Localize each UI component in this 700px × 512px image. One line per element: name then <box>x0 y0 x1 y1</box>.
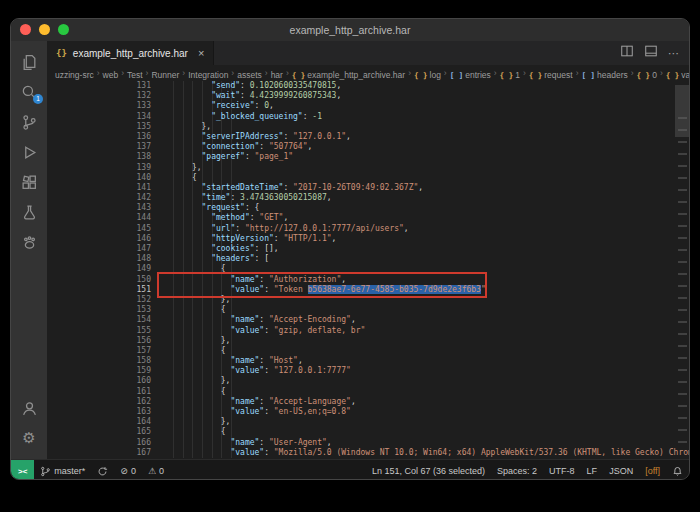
minimap[interactable] <box>678 117 687 453</box>
split-editor-icon[interactable] <box>620 44 634 62</box>
breadcrumb-item[interactable]: Runner <box>151 65 179 81</box>
status-warning[interactable]: ⚠0 <box>142 460 170 480</box>
code-line: "receive": 0, <box>163 101 675 111</box>
line-number: 142 <box>47 193 151 203</box>
breadcrumb-label: Integration <box>188 70 228 80</box>
breadcrumb-item[interactable]: [ ]entries <box>450 65 491 81</box>
status--off-[interactable]: [off] <box>639 460 666 480</box>
breadcrumb-item[interactable]: web <box>103 65 119 81</box>
breadcrumb-item[interactable]: assets <box>237 65 262 81</box>
code-line: { <box>163 264 675 274</box>
status-label: 0 <box>159 466 164 476</box>
status-remote[interactable]: >< <box>11 460 34 480</box>
line-number: 132 <box>47 91 151 101</box>
layout-icon[interactable] <box>644 44 658 62</box>
code-line: "send": 0.1020600335470815, <box>163 81 675 91</box>
traffic-lights <box>20 24 69 35</box>
bell-icon <box>672 466 683 477</box>
status-json[interactable]: JSON <box>603 460 639 480</box>
line-number: 137 <box>47 142 151 152</box>
breadcrumb-item[interactable]: har <box>271 65 283 81</box>
breadcrumb-item[interactable]: { }value <box>666 65 689 81</box>
line-number: 158 <box>47 356 151 366</box>
more-actions-icon[interactable]: ⋯ <box>668 47 679 60</box>
search-icon[interactable]: 1 <box>11 77 47 107</box>
code-line: "startedDateTime": "2017-10-26T09:49:02.… <box>163 183 675 193</box>
code-line: "name": "Host", <box>163 356 675 366</box>
extensions-icon[interactable] <box>11 167 47 197</box>
status-spaces-2[interactable]: Spaces: 2 <box>491 460 543 480</box>
line-number: 149 <box>47 264 151 274</box>
zoom-window-button[interactable] <box>58 24 69 35</box>
breadcrumb-label: uzzing-src <box>55 70 94 80</box>
line-number: 134 <box>47 112 151 122</box>
line-number: 156 <box>47 336 151 346</box>
vertical-scrollbar[interactable] <box>675 85 689 137</box>
breadcrumb-item[interactable]: { }1 <box>500 65 520 81</box>
breadcrumb-item[interactable]: { }0 <box>637 65 657 81</box>
code-line: "connection": "507764", <box>163 142 675 152</box>
code-line: "value": "en-US,en;q=0.8" <box>163 407 675 417</box>
explorer-icon[interactable] <box>11 47 47 77</box>
status-branch[interactable]: master* <box>34 460 91 480</box>
paw-icon[interactable] <box>11 227 47 257</box>
breadcrumb-item[interactable]: { }log <box>414 65 441 81</box>
line-number: 163 <box>47 407 151 417</box>
breadcrumb-label: log <box>430 70 441 80</box>
breadcrumb-item[interactable]: { }request <box>529 65 573 81</box>
line-number: 133 <box>47 101 151 111</box>
code-editor[interactable]: 1311321331341351361371381391401411421431… <box>47 81 689 459</box>
close-window-button[interactable] <box>20 24 31 35</box>
settings-icon[interactable]: ⚙ <box>11 423 47 453</box>
account-icon[interactable] <box>11 393 47 423</box>
notification-badge: 1 <box>33 94 43 104</box>
breadcrumb-item[interactable]: [ ]headers <box>581 65 627 81</box>
status-label: JSON <box>609 466 633 476</box>
status-bell[interactable] <box>666 460 689 480</box>
breadcrumb-label: 0 <box>652 70 657 80</box>
status-error[interactable]: ⊘0 <box>114 460 142 480</box>
tab-bar: {} example_http_archive.har × ⋯ <box>47 41 689 65</box>
line-number: 138 <box>47 152 151 162</box>
window-titlebar[interactable]: example_http_archive.har <box>11 19 689 41</box>
code-line: "name": "Accept-Language", <box>163 397 675 407</box>
breadcrumb-separator: › <box>494 68 497 78</box>
testing-icon[interactable] <box>11 197 47 227</box>
breadcrumb-label: headers <box>597 70 628 80</box>
code-line: "request": { <box>163 203 675 213</box>
line-number: 146 <box>47 234 151 244</box>
breadcrumb-label: example_http_archive.har <box>307 70 405 80</box>
tab-example-http-archive[interactable]: {} example_http_archive.har × <box>47 41 214 65</box>
status-ln-151-col-67-36-selected-[interactable]: Ln 151, Col 67 (36 selected) <box>366 460 491 480</box>
status-bar: ><master*⊘0⚠0 Ln 151, Col 67 (36 selecte… <box>11 459 689 480</box>
breadcrumb-item[interactable]: Test <box>127 65 143 81</box>
line-number-gutter: 1311321331341351361371381391401411421431… <box>47 81 159 458</box>
code-line: "time": 3.4743630050215087, <box>163 193 675 203</box>
object-symbol-icon: { } <box>637 71 651 80</box>
code-line: "value": "127.0.0.1:7777" <box>163 366 675 376</box>
line-number: 153 <box>47 305 151 315</box>
line-number: 162 <box>47 397 151 407</box>
breadcrumb-item[interactable]: { }example_http_archive.har <box>292 65 405 81</box>
code-content[interactable]: "send": 0.1020600335470815, "wait": 4.42… <box>163 81 675 458</box>
activity-bar: 1 ⚙ <box>11 41 47 459</box>
tab-close-icon[interactable]: × <box>198 47 204 59</box>
run-debug-icon[interactable] <box>11 137 47 167</box>
array-symbol-icon: [ ] <box>581 71 595 80</box>
minimize-window-button[interactable] <box>39 24 50 35</box>
status-lf[interactable]: LF <box>581 460 604 480</box>
breadcrumb-separator: › <box>408 68 411 78</box>
line-number: 140 <box>47 173 151 183</box>
breadcrumb-item[interactable]: Integration <box>188 65 228 81</box>
line-number: 157 <box>47 346 151 356</box>
json-file-icon: {} <box>56 48 67 58</box>
status-sync[interactable] <box>91 460 114 480</box>
status-utf-8[interactable]: UTF-8 <box>543 460 581 480</box>
code-line: }, <box>163 163 675 173</box>
breadcrumb-item[interactable]: uzzing-src <box>55 65 94 81</box>
source-control-icon[interactable] <box>11 107 47 137</box>
code-line: "headers": [ <box>163 254 675 264</box>
array-symbol-icon: [ ] <box>450 71 464 80</box>
code-line: "httpVersion": "HTTP/1.1", <box>163 234 675 244</box>
error-icon: ⊘ <box>120 466 128 476</box>
